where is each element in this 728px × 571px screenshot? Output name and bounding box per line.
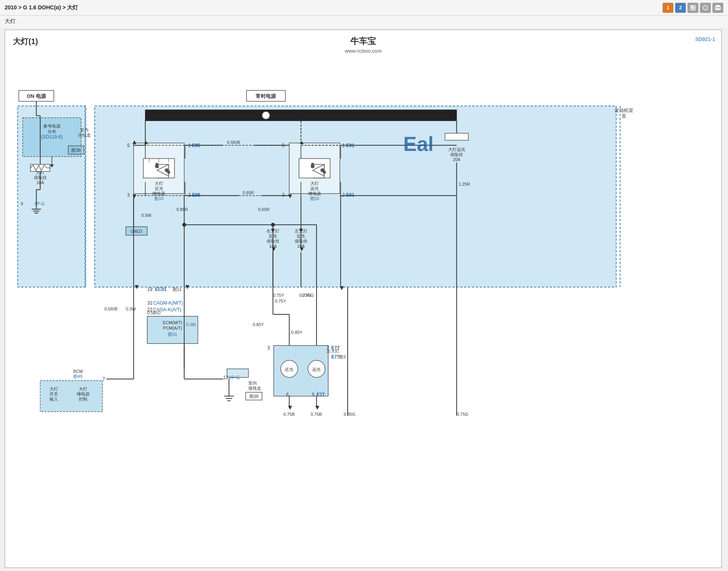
svg-text:0.85G: 0.85G <box>344 412 355 417</box>
svg-text:图31: 图31 <box>168 332 177 337</box>
svg-text:控制: 控制 <box>79 397 87 401</box>
svg-text:2: 2 <box>327 345 329 351</box>
svg-text:输入: 输入 <box>49 397 58 401</box>
svg-text:继电器: 继电器 <box>308 191 321 196</box>
svg-text:20A: 20A <box>453 157 461 162</box>
svg-text:分布: 分布 <box>48 129 56 134</box>
svg-text:ON 电源: ON 电源 <box>27 93 46 99</box>
svg-text:CAGA-K(A/T): CAGA-K(A/T) <box>153 307 181 312</box>
svg-text:继电器: 继电器 <box>152 191 165 196</box>
svg-text:继电器: 继电器 <box>77 392 90 396</box>
svg-text:ECM(M/T): ECM(M/T) <box>163 320 182 325</box>
svg-text:9: 9 <box>21 201 23 206</box>
svg-text:图11: 图11 <box>173 287 182 292</box>
svg-text:盒: 盒 <box>622 113 626 119</box>
svg-text:常时电源: 常时电源 <box>256 93 276 99</box>
svg-text:0.85R: 0.85R <box>177 207 188 212</box>
svg-text:图3: 图3 <box>339 355 346 359</box>
svg-text:BCM: BCM <box>73 369 83 374</box>
svg-text:PCM(A/T): PCM(A/T) <box>163 326 182 330</box>
svg-point-47 <box>262 112 270 119</box>
svg-text:2: 2 <box>188 192 191 198</box>
svg-text:0.5R/B: 0.5R/B <box>104 307 118 311</box>
svg-text:2: 2 <box>342 192 345 198</box>
svg-rect-8 <box>716 8 720 10</box>
svg-text:3: 3 <box>267 345 270 351</box>
svg-text:EC01: EC01 <box>155 287 167 292</box>
svg-text:19: 19 <box>147 287 153 292</box>
svg-text:1.25R: 1.25R <box>459 182 470 186</box>
svg-text:0.75Y: 0.75Y <box>273 293 284 298</box>
svg-text:Eal: Eal <box>403 133 434 155</box>
btn-page-2[interactable]: 2 <box>675 3 686 13</box>
svg-rect-67 <box>299 159 330 178</box>
svg-text:G4ED: G4ED <box>131 229 142 234</box>
svg-rect-6 <box>716 5 720 7</box>
svg-text:0.65R: 0.65R <box>242 190 254 195</box>
svg-text:图10: 图10 <box>310 196 319 201</box>
titlebar-buttons: 1 2 i <box>663 3 723 13</box>
svg-text:开关: 开关 <box>49 392 58 396</box>
svg-rect-3 <box>693 8 695 10</box>
svg-rect-15 <box>95 106 616 287</box>
svg-text:5: 5 <box>312 392 315 397</box>
svg-text:E77: E77 <box>331 345 340 351</box>
svg-text:0.75G: 0.75G <box>302 293 314 298</box>
svg-text:接线盒: 接线盒 <box>248 386 261 390</box>
wiring-diagram: ON 电源 常时电源 发动机室 盒 室内 接线盒 参考电源 分布 (SD110-… <box>5 30 721 567</box>
svg-text:图10: 图10 <box>154 196 163 201</box>
titlebar-text: 2010 > G 1.6 DOHC(α) > 大灯 <box>5 4 78 11</box>
svg-text:(SD110-6): (SD110-6) <box>41 134 63 140</box>
svg-text:大灯: 大灯 <box>155 181 163 186</box>
svg-text:6: 6 <box>286 392 289 397</box>
svg-point-9 <box>719 7 720 8</box>
svg-text:E77: E77 <box>331 354 340 360</box>
svg-text:0.65R: 0.65R <box>258 207 269 212</box>
svg-text:保险丝: 保险丝 <box>450 152 463 157</box>
svg-text:大灯: 大灯 <box>310 181 319 186</box>
svg-text:0.75Y: 0.75Y <box>275 299 286 303</box>
svg-text:0.75B: 0.75B <box>311 412 322 417</box>
svg-text:22: 22 <box>147 307 153 312</box>
svg-rect-46 <box>145 110 457 121</box>
svg-text:0.75B: 0.75B <box>283 412 295 417</box>
svg-rect-0 <box>691 5 693 7</box>
svg-rect-90 <box>445 133 468 140</box>
svg-text:i: i <box>705 6 706 10</box>
svg-text:CAGM-K(M/T): CAGM-K(M/T) <box>153 300 183 306</box>
svg-text:0.75G: 0.75G <box>457 412 468 417</box>
svg-text:远光: 远光 <box>310 186 319 191</box>
svg-text:E91: E91 <box>346 192 355 198</box>
svg-rect-2 <box>691 8 693 10</box>
svg-text:近光: 近光 <box>285 367 293 372</box>
svg-text:大灯: 大灯 <box>49 387 58 391</box>
svg-text:3: 3 <box>282 192 285 198</box>
svg-text:0.85Y: 0.85Y <box>253 322 264 327</box>
svg-text:E77: E77 <box>316 392 325 397</box>
svg-text:7: 7 <box>102 376 105 382</box>
btn-info[interactable]: i <box>700 3 711 13</box>
diagram-container: 大灯(1) 牛车宝 www.ncboo.com SD921-1 ON 电源 <box>5 30 722 568</box>
svg-text:0.3W: 0.3W <box>126 307 136 311</box>
svg-text:0.85Y: 0.85Y <box>291 330 302 335</box>
svg-text:31: 31 <box>147 300 153 306</box>
btn-print[interactable] <box>712 3 723 13</box>
svg-text:室内: 室内 <box>248 381 257 385</box>
svg-text:图38: 图38 <box>71 148 80 153</box>
svg-text:大灯远光: 大灯远光 <box>448 147 465 152</box>
svg-rect-1 <box>693 5 695 7</box>
titlebar: 2010 > G 1.6 DOHC(α) > 大灯 1 2 i <box>0 0 728 16</box>
svg-text:0.5R/B: 0.5R/B <box>227 140 240 145</box>
svg-text:远光: 远光 <box>312 367 321 372</box>
svg-text:0.5W: 0.5W <box>141 213 152 218</box>
svg-rect-189 <box>227 369 249 378</box>
svg-marker-192 <box>315 406 319 410</box>
btn-page-1[interactable]: 1 <box>663 3 673 13</box>
svg-text:发动机室: 发动机室 <box>615 108 633 113</box>
svg-text:3: 3 <box>127 192 130 198</box>
svg-text:5: 5 <box>127 143 130 148</box>
svg-text:图49: 图49 <box>73 374 82 379</box>
btn-layout[interactable] <box>687 3 698 13</box>
svg-marker-238 <box>340 286 344 290</box>
svg-text:大灯: 大灯 <box>79 387 87 391</box>
